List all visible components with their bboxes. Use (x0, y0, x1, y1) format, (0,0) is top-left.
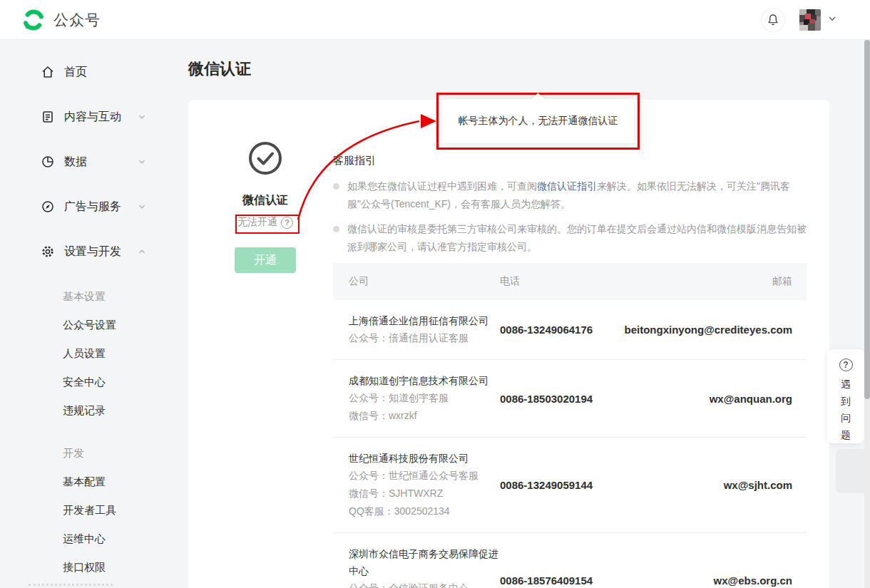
table-row: 上海倍通企业信用征信有限公司 公众号：倍通信用认证客服 0086-1324906… (333, 300, 807, 360)
company-name: 成都知道创宇信息技术有限公司 (349, 372, 500, 389)
sidebar-item-label: 数据 (64, 155, 87, 170)
chevron-down-icon (137, 202, 147, 215)
account-menu[interactable] (799, 9, 837, 31)
feedback-widget[interactable]: ? 遇到问题 (827, 349, 864, 443)
verification-guide-link[interactable]: 微信认证指引 (537, 180, 597, 192)
brand-logo[interactable]: 公众号 (21, 8, 101, 32)
brand-name: 公众号 (53, 10, 101, 30)
company-detail: 微信号：wxrzkf (349, 407, 500, 425)
column-header-company: 公司 (333, 275, 500, 288)
gear-icon (41, 244, 55, 259)
home-icon (41, 65, 55, 79)
chevron-down-icon (137, 157, 147, 170)
chevron-down-icon (137, 112, 147, 125)
avatar (799, 9, 821, 31)
notification-bell-button[interactable] (761, 8, 785, 32)
top-header: 公众号 (0, 0, 870, 40)
sidebar-item-content[interactable]: 内容与互动 (0, 103, 171, 131)
data-pie-icon (41, 155, 55, 169)
enable-verification-button[interactable]: 开通 (235, 247, 296, 273)
company-email: wx@ebs.org.cn (607, 572, 792, 588)
table-header-row: 公司 电话 邮箱 (333, 263, 807, 300)
audit-companies-table: 公司 电话 邮箱 上海倍通企业信用征信有限公司 公众号：倍通信用认证客服 008… (333, 263, 807, 588)
status-text: 无法开通 (237, 216, 277, 229)
sidebar-item-ads[interactable]: 广告与服务 (0, 192, 171, 221)
guide-bullet-1: 如果您在微信认证过程中遇到困难，可查阅微信认证指引来解决。如果依旧无法解决，可关… (333, 177, 807, 213)
table-row: 世纪恒通科技股份有限公司 公众号：世纪恒通公众号客服 微信号：SJHTWXRZ … (333, 438, 807, 533)
sidebar-item-label: 内容与互动 (64, 110, 121, 125)
bullet-dot-icon (333, 226, 339, 232)
guide-bullet-2: 微信认证的审核是委托第三方审核公司来审核的。您的订单在提交后会通过站内信和微信模… (333, 220, 807, 256)
subnav-item-basic-config[interactable]: 基本配置 (0, 468, 171, 496)
verification-status: 无法开通 ? (188, 216, 342, 229)
main-content: 微信认证 微信认证 无法开通 ? 开通 客服指引 如果您在微信认证过程中遇到困难… (171, 40, 870, 588)
check-circle-icon (248, 141, 282, 178)
company-name: 上海倍通企业信用征信有限公司 (349, 312, 500, 329)
sidebar-item-label: 首页 (64, 65, 87, 80)
subnav-item-staff-settings[interactable]: 人员设置 (0, 339, 171, 368)
guide-text: 如果您在微信认证过程中遇到困难，可查阅 (347, 180, 537, 192)
verification-name: 微信认证 (188, 193, 342, 208)
bell-icon (766, 13, 780, 27)
official-account-logo-icon (21, 8, 46, 32)
column-header-email: 邮箱 (607, 275, 807, 288)
sidebar-item-settings-dev[interactable]: 设置与开发 (0, 237, 171, 266)
company-phone: 0086-18503020194 (500, 390, 595, 408)
subnav-item-ops-center[interactable]: 运维中心 (0, 525, 171, 553)
subnav-item-api-permissions[interactable]: 接口权限 (0, 553, 171, 582)
chevron-down-icon (827, 14, 837, 26)
company-email: beitongxinyong@crediteyes.com (607, 321, 792, 339)
page-title: 微信认证 (188, 58, 251, 80)
sidebar-footer-cutoff (29, 584, 113, 586)
subnav-item-dev-tools[interactable]: 开发者工具 (0, 496, 171, 525)
company-email: wx@anquan.org (607, 390, 792, 408)
company-phone: 0086-13249064176 (500, 321, 595, 339)
feedback-secondary-tab[interactable] (836, 449, 864, 493)
bullet-dot-icon (333, 183, 339, 190)
sidebar-item-label: 设置与开发 (64, 244, 121, 259)
company-name: 深圳市众信电子商务交易保障促进中心 (349, 545, 500, 579)
company-detail: 公众号：众信验证服务中心 (349, 579, 500, 588)
verification-card: 微信认证 无法开通 ? 开通 客服指引 如果您在微信认证过程中遇到困难，可查阅微… (188, 100, 829, 588)
company-detail: 微信号：SJHTWXRZ (349, 485, 500, 502)
company-detail: QQ客服：3002502134 (349, 502, 500, 520)
content-icon (41, 110, 55, 124)
column-header-phone: 电话 (500, 275, 607, 288)
company-phone: 0086-13249059144 (500, 476, 595, 494)
sidebar-item-label: 广告与服务 (64, 200, 121, 215)
company-phone: 0086-18576409154 (500, 572, 595, 588)
subnav-group-dev: 开发 (0, 439, 171, 468)
chevron-up-icon (137, 247, 147, 259)
company-detail: 公众号：倍通信用认证客服 (349, 329, 500, 347)
guide-text: 微信认证的审核是委托第三方审核公司来审核的。您的订单在提交后会通过站内信和微信模… (347, 220, 807, 256)
guide-section-title: 客服指引 (333, 154, 807, 167)
company-email: wx@sjht.com (607, 476, 792, 494)
compass-icon (41, 200, 55, 214)
subnav-item-violation-records[interactable]: 违规记录 (0, 396, 171, 425)
subnav-item-security-center[interactable]: 安全中心 (0, 368, 171, 396)
sidebar-item-data[interactable]: 数据 (0, 148, 171, 176)
scrollbar-track[interactable] (864, 40, 870, 588)
company-detail: 公众号：世纪恒通公众号客服 (349, 467, 500, 485)
sidebar-item-home[interactable]: 首页 (0, 58, 171, 86)
question-circle-icon[interactable]: ? (281, 217, 293, 229)
subnav-group-basic-settings: 基本设置 (0, 282, 171, 311)
scrollbar-thumb[interactable] (864, 40, 870, 399)
sidebar-nav: 首页 内容与互动 数据 广告与服务 (0, 40, 171, 588)
table-row: 成都知道创宇信息技术有限公司 公众号：知道创宇客服 微信号：wxrzkf 008… (333, 360, 807, 438)
question-circle-icon: ? (839, 359, 853, 371)
company-detail: 公众号：知道创宇客服 (349, 389, 500, 407)
settings-submenu: 基本设置 公众号设置 人员设置 安全中心 违规记录 开发 基本配置 开发者工具 … (0, 282, 171, 582)
subnav-item-account-settings[interactable]: 公众号设置 (0, 311, 171, 339)
company-name: 世纪恒通科技股份有限公司 (349, 450, 500, 467)
feedback-label: 遇到问题 (840, 376, 851, 443)
table-row: 深圳市众信电子商务交易保障促进中心 公众号：众信验证服务中心 QQ客服：4008… (333, 533, 807, 588)
